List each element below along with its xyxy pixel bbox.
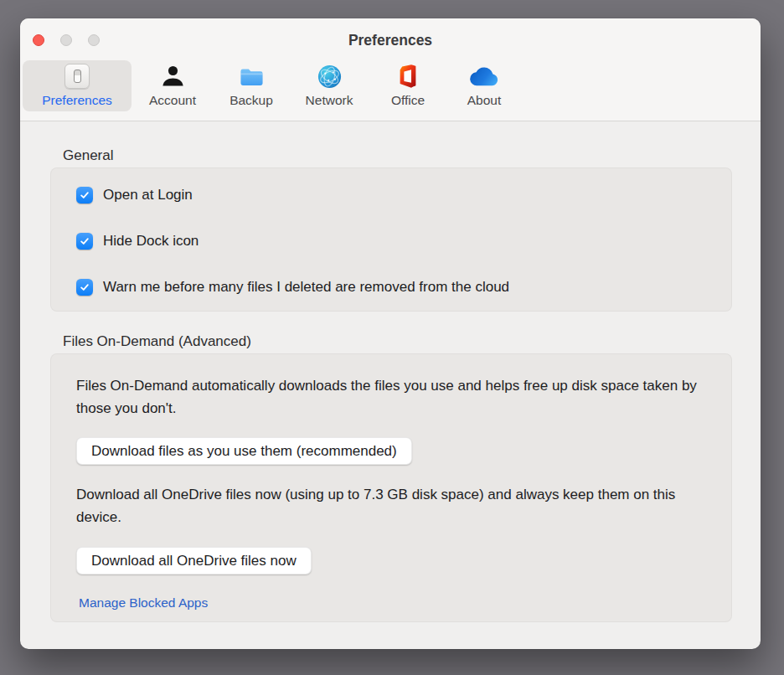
download-all-description: Download all OneDrive files now (using u… (76, 483, 711, 528)
tab-about[interactable]: About (446, 60, 522, 111)
warn-before-delete-checkbox[interactable] (76, 279, 93, 296)
open-at-login-checkbox[interactable] (76, 187, 93, 204)
preferences-window: Preferences Preferences Account (20, 18, 761, 649)
download-files-as-used-button[interactable]: Download files as you use them (recommen… (76, 437, 412, 465)
folder-icon (238, 60, 266, 92)
tab-preferences[interactable]: Preferences (23, 60, 132, 111)
hide-dock-icon-row[interactable]: Hide Dock icon (76, 229, 731, 253)
tab-network-label: Network (306, 93, 353, 108)
titlebar-toolbar: Preferences Preferences Account (20, 18, 761, 121)
tab-account[interactable]: Account (135, 60, 210, 111)
hide-dock-icon-label: Hide Dock icon (103, 233, 199, 250)
tab-office[interactable]: Office (370, 60, 446, 111)
open-at-login-label: Open at Login (103, 187, 193, 204)
globe-icon (317, 60, 343, 92)
general-heading: General (63, 147, 113, 164)
manage-blocked-apps-link[interactable]: Manage Blocked Apps (79, 595, 208, 611)
warn-before-delete-row[interactable]: Warn me before many files I deleted are … (76, 276, 731, 299)
general-group-box: Open at Login Hide Dock icon Warn me bef… (50, 167, 732, 312)
files-on-demand-group-box: Files On-Demand automatically downloads … (50, 353, 732, 622)
tab-preferences-label: Preferences (42, 93, 112, 108)
tab-about-label: About (467, 93, 502, 108)
download-all-files-button[interactable]: Download all OneDrive files now (76, 547, 312, 575)
files-on-demand-description: Files On-Demand automatically downloads … (76, 374, 711, 420)
hide-dock-icon-checkbox[interactable] (76, 233, 93, 250)
tab-account-label: Account (149, 93, 196, 108)
onedrive-cloud-icon (470, 60, 498, 92)
files-on-demand-heading: Files On-Demand (Advanced) (63, 333, 251, 350)
person-icon (160, 60, 186, 92)
open-at-login-row[interactable]: Open at Login (76, 183, 731, 207)
tab-network[interactable]: Network (291, 60, 367, 111)
warn-before-delete-label: Warn me before many files I deleted are … (103, 279, 509, 296)
tab-backup-label: Backup (230, 93, 273, 108)
office-logo-icon (395, 60, 420, 92)
window-title: Preferences (20, 32, 761, 49)
switch-icon (64, 60, 90, 92)
tab-backup[interactable]: Backup (214, 60, 289, 111)
tab-office-label: Office (391, 93, 425, 108)
